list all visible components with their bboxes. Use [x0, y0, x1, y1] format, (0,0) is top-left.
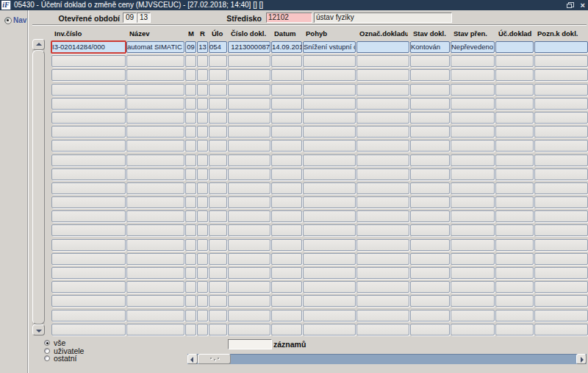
nav-radio-icon[interactable] — [4, 17, 12, 24]
cell[interactable] — [185, 281, 196, 293]
cell[interactable] — [356, 324, 409, 335]
radio-icon[interactable] — [44, 348, 50, 354]
cell[interactable] — [126, 84, 184, 96]
cell[interactable] — [126, 210, 184, 222]
cell[interactable] — [271, 224, 302, 236]
cell[interactable] — [271, 253, 302, 265]
cell[interactable] — [451, 126, 495, 138]
cell[interactable] — [197, 324, 208, 335]
cell[interactable] — [185, 182, 196, 194]
cell[interactable] — [451, 98, 495, 110]
cell[interactable] — [51, 98, 126, 110]
period-year-field[interactable]: 13 — [137, 13, 151, 23]
cell[interactable] — [356, 69, 409, 81]
cell[interactable] — [126, 112, 184, 124]
cell[interactable] — [51, 324, 126, 335]
cell[interactable]: Nepřevedeno — [451, 41, 495, 53]
cell[interactable] — [271, 310, 302, 322]
cell[interactable] — [495, 281, 534, 293]
cell[interactable] — [197, 253, 208, 265]
cell[interactable] — [495, 182, 534, 194]
cell[interactable] — [197, 98, 208, 110]
cell[interactable] — [451, 310, 495, 322]
cell[interactable] — [534, 55, 588, 67]
cell[interactable] — [197, 112, 208, 124]
cell[interactable]: automat SIMATIC pr — [126, 41, 184, 53]
cell[interactable] — [51, 253, 126, 265]
cell[interactable] — [495, 41, 534, 53]
cell[interactable]: 1213000087 — [228, 41, 270, 53]
cell[interactable] — [228, 112, 270, 124]
radio-option-ostatní[interactable]: ostatní — [44, 355, 84, 363]
cell[interactable] — [51, 310, 126, 322]
scroll-down-icon[interactable] — [32, 324, 45, 335]
cell[interactable] — [126, 55, 184, 67]
cell[interactable] — [126, 295, 184, 307]
cell[interactable] — [451, 196, 495, 208]
cell[interactable] — [303, 112, 356, 124]
cell[interactable] — [185, 310, 196, 322]
cell[interactable] — [356, 98, 409, 110]
cell[interactable] — [356, 239, 409, 251]
cell[interactable] — [495, 112, 534, 124]
cell[interactable] — [185, 210, 196, 222]
cell[interactable] — [356, 168, 409, 180]
cell[interactable] — [126, 224, 184, 236]
cell[interactable] — [228, 140, 270, 152]
horizontal-scrollbar-thumb[interactable] — [198, 354, 231, 364]
cell[interactable] — [228, 55, 270, 67]
scroll-left-icon[interactable] — [187, 354, 198, 364]
cell[interactable] — [303, 140, 356, 152]
cell[interactable] — [197, 84, 208, 96]
cell[interactable] — [126, 239, 184, 251]
cell[interactable] — [356, 196, 409, 208]
cell[interactable] — [197, 281, 208, 293]
cell[interactable] — [271, 239, 302, 251]
cell[interactable] — [495, 140, 534, 152]
cell[interactable] — [410, 281, 450, 293]
scroll-right-icon[interactable] — [576, 354, 587, 364]
period-month-field[interactable]: 09 — [123, 13, 137, 23]
cell[interactable] — [410, 55, 450, 67]
cell[interactable] — [228, 98, 270, 110]
cell[interactable] — [228, 281, 270, 293]
cell[interactable] — [228, 182, 270, 194]
cell[interactable] — [185, 324, 196, 335]
cell[interactable] — [209, 154, 227, 166]
cell[interactable] — [410, 154, 450, 166]
cell[interactable] — [126, 324, 184, 335]
cell[interactable] — [534, 126, 588, 138]
cell[interactable] — [410, 168, 450, 180]
cell[interactable] — [271, 168, 302, 180]
cell[interactable] — [271, 69, 302, 81]
cell[interactable] — [451, 267, 495, 279]
cell[interactable] — [451, 182, 495, 194]
cell[interactable] — [271, 84, 302, 96]
cell[interactable] — [126, 310, 184, 322]
cell[interactable] — [356, 182, 409, 194]
cell[interactable] — [197, 239, 208, 251]
cell[interactable] — [356, 253, 409, 265]
cell[interactable]: I3-02014284/000 — [51, 40, 126, 54]
cell[interactable] — [51, 112, 126, 124]
cell[interactable] — [495, 126, 534, 138]
cell[interactable] — [534, 196, 588, 208]
cell[interactable] — [495, 154, 534, 166]
cell[interactable] — [126, 196, 184, 208]
cell[interactable] — [303, 69, 356, 81]
cell[interactable] — [271, 267, 302, 279]
cell[interactable] — [410, 140, 450, 152]
cell[interactable] — [410, 310, 450, 322]
cell[interactable] — [451, 69, 495, 81]
cell[interactable] — [126, 154, 184, 166]
cell[interactable] — [303, 98, 356, 110]
cell[interactable] — [303, 154, 356, 166]
cell[interactable] — [51, 84, 126, 96]
cell[interactable] — [534, 154, 588, 166]
cell[interactable] — [410, 324, 450, 335]
cell[interactable] — [209, 210, 227, 222]
cell[interactable] — [303, 224, 356, 236]
cell[interactable] — [51, 224, 126, 236]
cell[interactable] — [303, 182, 356, 194]
cell[interactable] — [51, 210, 126, 222]
